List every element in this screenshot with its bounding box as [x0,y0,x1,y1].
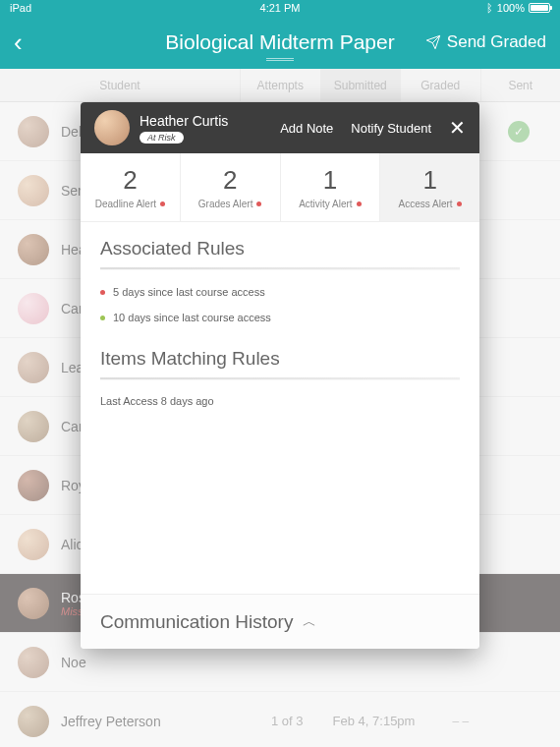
table-row[interactable]: Jeffrey Peterson1 of 3Feb 4, 7:15pm– – [0,692,560,747]
avatar [18,352,49,383]
page-title: Biological Midterm Paper [165,30,394,54]
back-button[interactable]: ‹ [14,28,23,58]
tab-attempts[interactable]: Attempts [241,69,321,101]
rule-text: 10 days since last course access [113,312,271,323]
avatar [18,588,49,619]
send-graded-button[interactable]: Send Graded [425,32,546,52]
alert-count: 2 [123,165,137,196]
alert-count: 1 [422,165,436,196]
communication-history-label: Communication History [100,611,293,633]
avatar [18,647,49,678]
paper-plane-icon [425,34,441,50]
dot-icon [457,201,462,206]
check-icon: ✓ [508,121,530,143]
activity-alert-tab[interactable]: 1 Activity Alert [281,153,381,221]
risk-badge: At Risk [140,132,184,144]
alert-label: Deadline Alert [95,199,156,209]
dot-icon [160,201,165,206]
dot-icon [357,201,362,206]
column-headers: Student Attempts Submitted Graded Sent [0,69,560,102]
avatar [18,116,49,147]
graded-value: – – [425,715,495,728]
submitted-value: Feb 4, 7:15pm [322,714,426,728]
dot-icon [256,201,261,206]
alert-count: 1 [323,165,337,196]
avatar [18,234,49,265]
modal-header: Heather Curtis At Risk Add Note Notify S… [81,102,479,153]
clock: 4:21 PM [260,2,301,14]
rule-item: 10 days since last course access [100,305,460,330]
avatar [18,411,49,442]
student-detail-modal: Heather Curtis At Risk Add Note Notify S… [81,102,479,649]
add-note-button[interactable]: Add Note [280,121,333,136]
tab-submitted[interactable]: Submitted [321,69,402,101]
drag-handle-icon [266,57,294,61]
close-button[interactable]: ✕ [449,116,466,140]
associated-rules-title: Associated Rules [100,238,460,259]
dot-icon [100,316,105,320]
notify-student-button[interactable]: Notify Student [351,121,431,136]
student-name: Jeffrey Peterson [61,714,252,729]
status-bar: iPad 4:21 PM ᛒ 100% [0,0,560,16]
tab-sent[interactable]: Sent [481,69,561,101]
alert-label: Grades Alert [198,199,253,209]
rule-text: 5 days since last course access [113,286,265,298]
send-graded-label: Send Graded [447,32,546,52]
avatar [18,529,49,560]
attempts-value: 1 of 3 [252,714,322,728]
avatar [94,110,130,145]
nav-bar: ‹ Biological Midterm Paper Send Graded [0,16,560,69]
alert-label: Activity Alert [299,199,352,209]
alerts-row: 2 Deadline Alert 2 Grades Alert 1 Activi… [81,153,479,222]
device-label: iPad [10,2,31,14]
student-name: Noe [61,655,252,670]
tab-student[interactable]: Student [0,69,241,101]
grades-alert-tab[interactable]: 2 Grades Alert [181,153,281,221]
bluetooth-icon: ᛒ [486,2,493,14]
access-alert-tab[interactable]: 1 Access Alert [380,153,479,221]
rule-item: 5 days since last course access [100,279,460,305]
modal-student-name: Heather Curtis [140,113,270,129]
items-matching-title: Items Matching Rules [100,348,460,370]
divider [100,267,460,269]
tab-graded[interactable]: Graded [401,69,481,101]
alert-label: Access Alert [399,199,453,209]
avatar [18,470,49,501]
dot-icon [100,290,105,295]
communication-history-toggle[interactable]: Communication History ︿ [81,594,479,649]
battery-icon [529,3,550,13]
battery-percent: 100% [497,2,525,14]
modal-body: Associated Rules 5 days since last cours… [81,222,479,594]
avatar [18,175,49,206]
divider [100,377,460,379]
avatar [18,706,49,737]
deadline-alert-tab[interactable]: 2 Deadline Alert [81,153,181,221]
alert-count: 2 [223,165,237,196]
match-item: Last Access 8 days ago [100,389,460,413]
avatar [18,293,49,324]
chevron-up-icon: ︿ [303,613,316,631]
